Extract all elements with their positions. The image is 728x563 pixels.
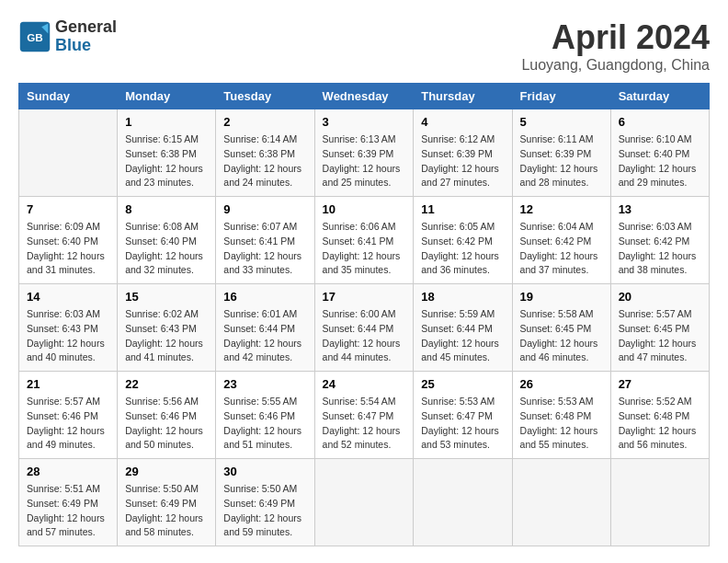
day-number: 26 — [520, 377, 603, 391]
calendar-cell: 18Sunrise: 5:59 AM Sunset: 6:44 PM Dayli… — [414, 284, 512, 372]
day-detail: Sunrise: 6:01 AM Sunset: 6:44 PM Dayligh… — [223, 307, 306, 365]
logo-text-line2: Blue — [55, 37, 117, 55]
column-header-thursday: Thursday — [414, 84, 512, 109]
calendar-cell: 29Sunrise: 5:50 AM Sunset: 6:49 PM Dayli… — [118, 459, 216, 546]
calendar-cell: 23Sunrise: 5:55 AM Sunset: 6:46 PM Dayli… — [216, 372, 314, 459]
day-detail: Sunrise: 6:07 AM Sunset: 6:41 PM Dayligh… — [223, 220, 306, 278]
day-detail: Sunrise: 6:06 AM Sunset: 6:41 PM Dayligh… — [323, 220, 406, 278]
day-number: 11 — [421, 202, 504, 216]
day-detail: Sunrise: 6:08 AM Sunset: 6:40 PM Dayligh… — [125, 220, 208, 278]
day-detail: Sunrise: 6:00 AM Sunset: 6:44 PM Dayligh… — [323, 307, 406, 365]
day-detail: Sunrise: 6:03 AM Sunset: 6:43 PM Dayligh… — [27, 307, 109, 365]
week-row-3: 14Sunrise: 6:03 AM Sunset: 6:43 PM Dayli… — [19, 284, 710, 372]
calendar-cell: 10Sunrise: 6:06 AM Sunset: 6:41 PM Dayli… — [314, 197, 414, 284]
title-block: April 2024 Luoyang, Guangdong, China — [521, 18, 710, 74]
calendar-cell: 19Sunrise: 5:58 AM Sunset: 6:45 PM Dayli… — [512, 284, 610, 372]
calendar-cell: 15Sunrise: 6:02 AM Sunset: 6:43 PM Dayli… — [118, 284, 216, 372]
calendar-cell — [19, 109, 118, 197]
calendar-cell: 28Sunrise: 5:51 AM Sunset: 6:49 PM Dayli… — [19, 459, 118, 546]
calendar-cell: 30Sunrise: 5:50 AM Sunset: 6:49 PM Dayli… — [216, 459, 314, 546]
day-detail: Sunrise: 6:02 AM Sunset: 6:43 PM Dayligh… — [125, 307, 208, 365]
day-detail: Sunrise: 5:56 AM Sunset: 6:46 PM Dayligh… — [125, 395, 208, 453]
day-detail: Sunrise: 5:57 AM Sunset: 6:46 PM Dayligh… — [27, 395, 109, 453]
calendar-cell: 2Sunrise: 6:14 AM Sunset: 6:38 PM Daylig… — [216, 109, 314, 197]
location: Luoyang, Guangdong, China — [521, 57, 710, 74]
logo-icon: GB — [18, 20, 51, 53]
day-detail: Sunrise: 5:50 AM Sunset: 6:49 PM Dayligh… — [125, 482, 208, 540]
day-detail: Sunrise: 5:59 AM Sunset: 6:44 PM Dayligh… — [421, 307, 504, 365]
day-number: 22 — [125, 377, 208, 391]
day-number: 18 — [421, 290, 504, 304]
day-number: 8 — [125, 202, 208, 216]
day-detail: Sunrise: 6:10 AM Sunset: 6:40 PM Dayligh… — [619, 132, 701, 190]
calendar-cell: 25Sunrise: 5:53 AM Sunset: 6:47 PM Dayli… — [414, 372, 512, 459]
calendar-cell: 1Sunrise: 6:15 AM Sunset: 6:38 PM Daylig… — [118, 109, 216, 197]
calendar-body: 1Sunrise: 6:15 AM Sunset: 6:38 PM Daylig… — [19, 109, 710, 546]
calendar-cell: 22Sunrise: 5:56 AM Sunset: 6:46 PM Dayli… — [118, 372, 216, 459]
calendar-cell: 17Sunrise: 6:00 AM Sunset: 6:44 PM Dayli… — [314, 284, 414, 372]
day-number: 14 — [27, 290, 109, 304]
day-detail: Sunrise: 6:05 AM Sunset: 6:42 PM Dayligh… — [421, 220, 504, 278]
day-detail: Sunrise: 5:58 AM Sunset: 6:45 PM Dayligh… — [520, 307, 603, 365]
day-number: 28 — [27, 465, 109, 478]
day-number: 5 — [520, 115, 603, 129]
day-number: 4 — [421, 115, 504, 129]
day-detail: Sunrise: 5:53 AM Sunset: 6:47 PM Dayligh… — [421, 395, 504, 453]
day-number: 12 — [520, 202, 603, 216]
day-number: 27 — [619, 377, 701, 391]
calendar-header: SundayMondayTuesdayWednesdayThursdayFrid… — [19, 84, 710, 109]
day-detail: Sunrise: 5:57 AM Sunset: 6:45 PM Dayligh… — [619, 307, 701, 365]
day-number: 20 — [619, 290, 701, 304]
day-number: 6 — [619, 115, 701, 129]
column-header-monday: Monday — [118, 84, 216, 109]
day-number: 30 — [223, 465, 306, 478]
day-detail: Sunrise: 6:14 AM Sunset: 6:38 PM Dayligh… — [223, 132, 306, 190]
day-detail: Sunrise: 5:52 AM Sunset: 6:48 PM Dayligh… — [619, 395, 701, 453]
day-number: 25 — [421, 377, 504, 391]
month-title: April 2024 — [521, 18, 710, 57]
calendar-cell: 24Sunrise: 5:54 AM Sunset: 6:47 PM Dayli… — [314, 372, 414, 459]
day-detail: Sunrise: 5:53 AM Sunset: 6:48 PM Dayligh… — [520, 395, 603, 453]
day-number: 24 — [323, 377, 406, 391]
header-row: SundayMondayTuesdayWednesdayThursdayFrid… — [19, 84, 710, 109]
day-detail: Sunrise: 6:09 AM Sunset: 6:40 PM Dayligh… — [27, 220, 109, 278]
day-number: 2 — [223, 115, 306, 129]
day-number: 13 — [619, 202, 701, 216]
calendar-cell: 11Sunrise: 6:05 AM Sunset: 6:42 PM Dayli… — [414, 197, 512, 284]
day-detail: Sunrise: 6:15 AM Sunset: 6:38 PM Dayligh… — [125, 132, 208, 190]
day-number: 7 — [27, 202, 109, 216]
calendar-cell: 7Sunrise: 6:09 AM Sunset: 6:40 PM Daylig… — [19, 197, 118, 284]
calendar-cell: 27Sunrise: 5:52 AM Sunset: 6:48 PM Dayli… — [610, 372, 709, 459]
week-row-5: 28Sunrise: 5:51 AM Sunset: 6:49 PM Dayli… — [19, 459, 710, 546]
day-number: 16 — [223, 290, 306, 304]
day-detail: Sunrise: 6:13 AM Sunset: 6:39 PM Dayligh… — [323, 132, 406, 190]
day-detail: Sunrise: 6:12 AM Sunset: 6:39 PM Dayligh… — [421, 132, 504, 190]
day-number: 3 — [323, 115, 406, 129]
day-detail: Sunrise: 5:51 AM Sunset: 6:49 PM Dayligh… — [27, 482, 109, 540]
day-detail: Sunrise: 6:11 AM Sunset: 6:39 PM Dayligh… — [520, 132, 603, 190]
calendar-cell: 5Sunrise: 6:11 AM Sunset: 6:39 PM Daylig… — [512, 109, 610, 197]
calendar-cell: 13Sunrise: 6:03 AM Sunset: 6:42 PM Dayli… — [610, 197, 709, 284]
calendar-cell: 3Sunrise: 6:13 AM Sunset: 6:39 PM Daylig… — [314, 109, 414, 197]
calendar-cell: 14Sunrise: 6:03 AM Sunset: 6:43 PM Dayli… — [19, 284, 118, 372]
day-number: 1 — [125, 115, 208, 129]
column-header-wednesday: Wednesday — [314, 84, 414, 109]
day-number: 9 — [223, 202, 306, 216]
week-row-4: 21Sunrise: 5:57 AM Sunset: 6:46 PM Dayli… — [19, 372, 710, 459]
svg-text:GB: GB — [27, 31, 43, 43]
calendar-cell: 4Sunrise: 6:12 AM Sunset: 6:39 PM Daylig… — [414, 109, 512, 197]
calendar-cell: 8Sunrise: 6:08 AM Sunset: 6:40 PM Daylig… — [118, 197, 216, 284]
day-number: 17 — [323, 290, 406, 304]
week-row-1: 1Sunrise: 6:15 AM Sunset: 6:38 PM Daylig… — [19, 109, 710, 197]
day-number: 15 — [125, 290, 208, 304]
calendar-cell: 6Sunrise: 6:10 AM Sunset: 6:40 PM Daylig… — [610, 109, 709, 197]
calendar-cell: 9Sunrise: 6:07 AM Sunset: 6:41 PM Daylig… — [216, 197, 314, 284]
week-row-2: 7Sunrise: 6:09 AM Sunset: 6:40 PM Daylig… — [19, 197, 710, 284]
day-number: 19 — [520, 290, 603, 304]
day-detail: Sunrise: 5:50 AM Sunset: 6:49 PM Dayligh… — [223, 482, 306, 540]
calendar-cell: 21Sunrise: 5:57 AM Sunset: 6:46 PM Dayli… — [19, 372, 118, 459]
logo-text-line1: General — [55, 18, 117, 37]
column-header-saturday: Saturday — [610, 84, 709, 109]
day-number: 10 — [323, 202, 406, 216]
calendar-cell: 26Sunrise: 5:53 AM Sunset: 6:48 PM Dayli… — [512, 372, 610, 459]
